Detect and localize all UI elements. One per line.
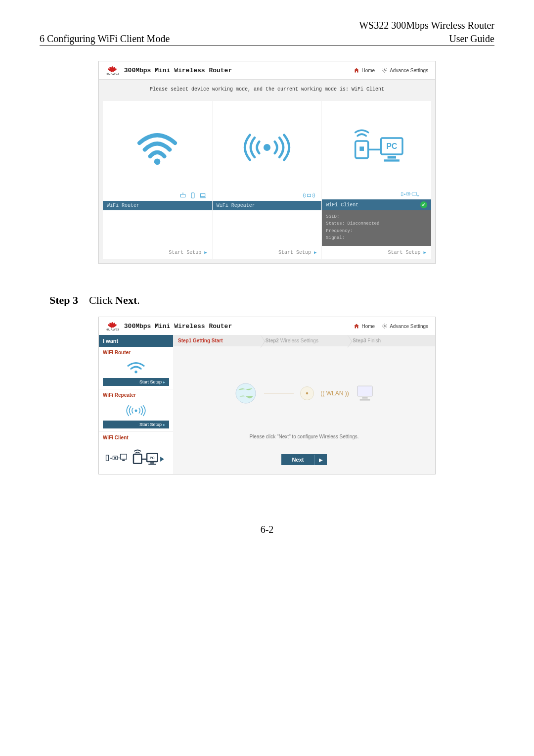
signal-icon bbox=[303, 192, 315, 199]
start-label: Start Setup bbox=[388, 250, 421, 255]
home-icon bbox=[354, 323, 359, 329]
info-status: Status: Disconnected bbox=[326, 220, 427, 227]
step-num: Step2 bbox=[266, 338, 279, 343]
svg-marker-37 bbox=[160, 457, 164, 462]
sidebar-item-client[interactable]: WiFi Client bbox=[99, 432, 173, 474]
wifi-client-icon: PC bbox=[345, 125, 409, 170]
pc-icon bbox=[355, 384, 375, 402]
advance-settings-button[interactable]: Advance Settings bbox=[382, 67, 428, 73]
sidebar-router-start[interactable]: Start Setup▸ bbox=[103, 378, 169, 386]
wizard-step1[interactable]: Step1 Getting Start bbox=[173, 335, 261, 346]
svg-rect-8 bbox=[359, 146, 364, 151]
home-label: Home bbox=[361, 324, 375, 329]
mode-card-router[interactable]: WiFi Router Start Setup ▶ bbox=[103, 101, 212, 259]
svg-rect-12 bbox=[387, 156, 396, 158]
svg-rect-3 bbox=[191, 193, 194, 198]
svg-text:PC: PC bbox=[386, 142, 397, 150]
svg-point-23 bbox=[135, 410, 137, 412]
mode-instruction: Please select device working mode, and t… bbox=[99, 80, 435, 97]
huawei-logo: HUAWEI bbox=[106, 321, 119, 331]
step3-label: Step 3 bbox=[49, 294, 78, 306]
svg-rect-24 bbox=[106, 455, 109, 461]
repeater-start-setup[interactable]: Start Setup ▶ bbox=[213, 246, 322, 259]
doc-header-row: 6 Configuring WiFi Client Mode User Guid… bbox=[40, 33, 494, 46]
wifi-repeater-icon bbox=[240, 130, 294, 166]
doc-guide: User Guide bbox=[449, 33, 494, 45]
sidebar-repeater-title: WiFi Repeater bbox=[103, 392, 169, 398]
step3-text: Click bbox=[89, 294, 115, 306]
svg-text:PC: PC bbox=[150, 456, 155, 460]
sidebar-client-title: WiFi Client bbox=[103, 435, 169, 440]
svg-rect-4 bbox=[200, 194, 205, 197]
start-label: Start Setup bbox=[278, 250, 311, 255]
client-label: WiFi Client bbox=[326, 202, 358, 208]
svg-rect-2 bbox=[180, 194, 185, 197]
sidebar-header: I want bbox=[99, 335, 173, 347]
client-mini-icons bbox=[322, 189, 431, 199]
check-icon: ✔ bbox=[420, 201, 427, 208]
gear-icon bbox=[382, 323, 388, 329]
svg-point-1 bbox=[154, 158, 161, 165]
chevron-right-icon: ▶ bbox=[204, 250, 207, 255]
svg-rect-31 bbox=[134, 454, 141, 464]
svg-rect-41 bbox=[357, 386, 372, 396]
app-header: HUAWEI 300Mbps Mini Wireless Router Home… bbox=[99, 317, 435, 335]
wizard-hint: Please click "Next" to configure Wireles… bbox=[173, 430, 435, 454]
svg-rect-19 bbox=[412, 192, 417, 195]
svg-point-5 bbox=[264, 143, 270, 150]
info-ssid: SSID: bbox=[326, 213, 427, 220]
mode-card-client[interactable]: PC bbox=[322, 101, 431, 259]
sidebar-item-repeater[interactable]: WiFi Repeater Start Setup▸ bbox=[99, 389, 173, 432]
start-label: Start Setup bbox=[169, 250, 201, 255]
wifi-repeater-icon bbox=[103, 400, 169, 421]
chevron-right-icon: ▶ bbox=[424, 250, 426, 255]
advance-settings-button[interactable]: Advance Settings bbox=[382, 323, 428, 329]
doc-product-title: WS322 300Mbps Wireless Router bbox=[40, 20, 494, 31]
screenshot-wizard-step1: HUAWEI 300Mbps Mini Wireless Router Home… bbox=[98, 317, 436, 474]
step-label: Wireless Settings bbox=[280, 338, 318, 343]
wlan-label: (( WLAN )) bbox=[320, 390, 349, 397]
svg-point-21 bbox=[384, 326, 386, 327]
start-label: Start Setup bbox=[139, 379, 162, 384]
logo-text: HUAWEI bbox=[106, 328, 119, 331]
client-start-setup[interactable]: Start Setup ▶ bbox=[322, 246, 431, 259]
wizard-steps: Step1 Getting Start Step2 Wireless Setti… bbox=[173, 335, 435, 346]
router-start-setup[interactable]: Start Setup ▶ bbox=[103, 246, 212, 259]
connection-line bbox=[264, 393, 294, 393]
svg-point-15 bbox=[404, 193, 406, 195]
logo-text: HUAWEI bbox=[106, 72, 119, 75]
sidebar-item-router[interactable]: WiFi Router Start Setup▸ bbox=[99, 347, 173, 389]
wizard-step3[interactable]: Step3 Finish bbox=[348, 335, 435, 346]
step3-bold: Next bbox=[115, 294, 137, 306]
step3-period: . bbox=[137, 294, 140, 306]
laptop-icon bbox=[199, 192, 206, 199]
wizard-sidebar: I want WiFi Router Start Setup▸ WiFi Rep… bbox=[99, 335, 173, 474]
client-label-bar: WiFi Client ✔ bbox=[322, 199, 431, 210]
advance-label: Advance Settings bbox=[390, 324, 428, 329]
next-label: Next bbox=[281, 454, 315, 465]
info-frequency: Frequency: bbox=[326, 228, 427, 235]
phone-icon bbox=[189, 192, 196, 199]
step-num: Step3 bbox=[353, 338, 366, 343]
svg-rect-36 bbox=[148, 464, 156, 465]
wifi-router-icon bbox=[135, 125, 179, 171]
wizard-step2[interactable]: Step2 Wireless Settings bbox=[261, 335, 348, 346]
home-button[interactable]: Home bbox=[354, 323, 375, 329]
doc-section: 6 Configuring WiFi Client Mode bbox=[40, 33, 170, 45]
mode-card-repeater[interactable]: WiFi Repeater Start Setup ▶ bbox=[213, 101, 322, 259]
repeater-mini-icons bbox=[213, 190, 322, 201]
svg-rect-20 bbox=[417, 195, 419, 196]
home-button[interactable]: Home bbox=[354, 67, 375, 73]
sidebar-router-title: WiFi Router bbox=[103, 350, 169, 355]
topology-diagram: (( WLAN )) bbox=[173, 346, 435, 430]
svg-point-25 bbox=[110, 458, 112, 459]
svg-point-40 bbox=[306, 392, 309, 394]
wifi-client-icon: PC bbox=[103, 442, 169, 471]
svg-point-27 bbox=[114, 457, 116, 459]
next-button[interactable]: Next ▶ bbox=[281, 454, 327, 465]
router-mini-icons bbox=[103, 190, 212, 201]
step3-instruction: Step 3 Click Next. bbox=[49, 294, 494, 307]
sidebar-repeater-start[interactable]: Start Setup▸ bbox=[103, 421, 169, 428]
wifi-router-icon bbox=[103, 357, 169, 378]
app-header: HUAWEI 300Mbps Mini Wireless Router Home… bbox=[99, 61, 435, 79]
